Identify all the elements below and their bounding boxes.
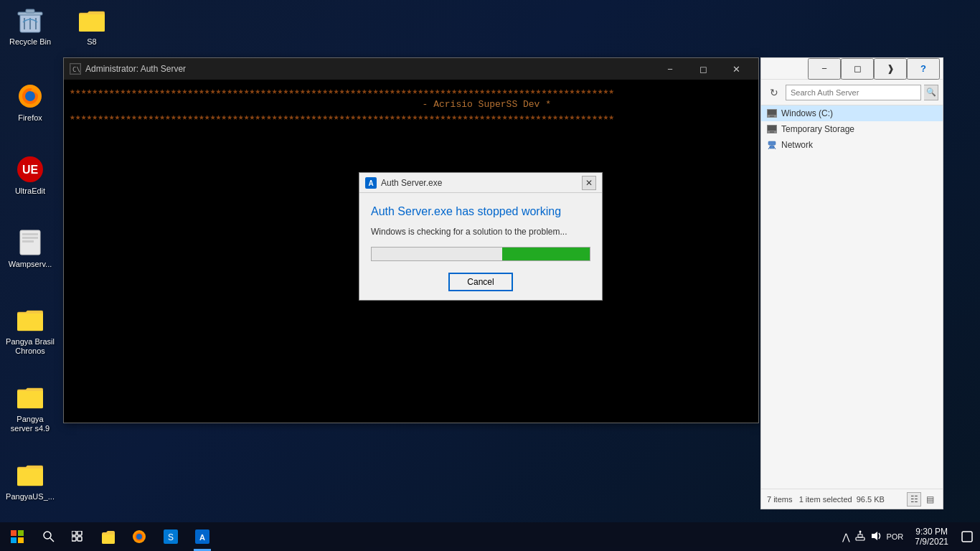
fe-status-bar: 7 items 1 item selected 96.5 KB ☷ ▤ — [761, 489, 943, 509]
firefox-icon — [16, 82, 44, 110]
fe-large-icons-view-button[interactable]: ▤ — [923, 492, 937, 507]
taskbar: S A ⋀ P — [0, 522, 980, 551]
fe-toolbar: ↻ 🔍 — [761, 80, 943, 105]
desktop-icon-pangya-server[interactable]: Pangya server s4.9 — [1, 380, 59, 436]
svg-rect-21 — [768, 126, 776, 131]
dialog-buttons: Cancel — [371, 273, 590, 291]
taskbar-search-button[interactable] — [34, 522, 63, 551]
nav-item-network[interactable]: Network — [761, 137, 943, 153]
svg-rect-18 — [768, 110, 776, 115]
taskbar-apps: S A — [92, 522, 837, 551]
desktop-icon-recycle-bin[interactable]: Recycle Bin — [1, 3, 59, 50]
drive-icon-c — [767, 109, 777, 118]
taskbar-app-store[interactable]: S — [155, 522, 187, 551]
svg-rect-13 — [22, 237, 38, 239]
taskbar-app-file-explorer[interactable] — [92, 522, 123, 551]
nav-temp-storage-label: Temporary Storage — [781, 124, 854, 134]
progress-fill — [502, 248, 590, 260]
search-input[interactable] — [786, 85, 921, 100]
desktop: Recycle Bin S8 Firefox UE — [0, 0, 980, 522]
fe-maximize-button[interactable]: ◻ — [841, 58, 874, 80]
recycle-bin-icon — [16, 6, 44, 34]
svg-point-42 — [136, 534, 142, 540]
svg-point-34 — [44, 532, 51, 539]
dialog-heading: Auth Server.exe has stopped working — [371, 204, 590, 218]
wampserver-label: Wampserv... — [9, 260, 52, 269]
clock-date: 7/9/2021 — [915, 537, 948, 547]
svg-rect-37 — [77, 531, 82, 535]
pangya-brasil-icon — [16, 306, 44, 334]
svg-line-27 — [774, 147, 776, 149]
taskbar-clock[interactable]: 9:30 PM 7/9/2021 — [909, 527, 954, 547]
nav-windows-c-label: Windows (C:) — [781, 108, 833, 118]
tray-network-icon — [854, 530, 866, 544]
clock-time: 9:30 PM — [915, 527, 948, 537]
pangya-server-label: Pangya server s4.9 — [11, 415, 50, 433]
dialog-close-button[interactable]: ✕ — [582, 176, 596, 190]
nav-item-windows-c[interactable]: Windows (C:) — [761, 105, 943, 121]
cmd-minimize-button[interactable]: − — [654, 58, 687, 80]
fe-nav-content: Windows (C:) Temporary Storage — [761, 105, 943, 489]
svg-rect-23 — [770, 146, 774, 149]
taskbar-app-firefox[interactable] — [123, 522, 155, 551]
svg-rect-2 — [26, 9, 34, 13]
svg-rect-32 — [11, 537, 17, 543]
cmd-title: Administrator: Auth Server — [85, 64, 654, 74]
desktop-icon-pangyaus[interactable]: PangyaUS_... — [1, 458, 59, 504]
svg-text:A: A — [368, 179, 373, 187]
drive-icon-temp — [767, 125, 777, 133]
tray-expand-icon[interactable]: ⋀ — [842, 532, 850, 542]
nav-item-temp-storage[interactable]: Temporary Storage — [761, 121, 943, 137]
taskbar-app-auth-server[interactable]: A — [187, 522, 218, 551]
svg-text:UE: UE — [22, 164, 39, 176]
fe-help-button[interactable]: ? — [907, 58, 940, 80]
fe-details-view-button[interactable]: ☷ — [907, 492, 921, 507]
svg-text:A: A — [199, 533, 205, 542]
svg-rect-24 — [768, 141, 776, 145]
desktop-icon-firefox[interactable]: Firefox — [1, 79, 59, 126]
fe-refresh-button[interactable]: ↻ — [765, 84, 783, 101]
svg-rect-30 — [11, 530, 17, 536]
svg-point-8 — [25, 91, 35, 101]
pangyaus-label: PangyaUS_... — [6, 492, 55, 501]
cancel-button[interactable]: Cancel — [448, 273, 512, 291]
s8-folder-icon — [77, 6, 106, 34]
file-explorer-panel: − ◻ ❱ ? ↻ 🔍 Windows (C:) — [760, 57, 943, 509]
desktop-icon-ultraedit[interactable]: UE UltraEdit — [1, 152, 59, 199]
dialog-titlebar: A Auth Server.exe ✕ — [359, 173, 602, 193]
svg-rect-22 — [770, 131, 774, 133]
svg-rect-33 — [18, 537, 24, 543]
fe-minimize-button[interactable]: − — [808, 58, 841, 80]
svg-rect-14 — [22, 240, 34, 242]
fe-expand-button[interactable]: ❱ — [874, 58, 907, 80]
cmd-controls: − ◻ ✕ — [654, 58, 753, 80]
recycle-bin-label: Recycle Bin — [9, 37, 51, 47]
svg-text:S: S — [168, 532, 174, 542]
start-button[interactable] — [0, 522, 34, 551]
fe-items-count: 7 items — [767, 495, 792, 504]
svg-rect-36 — [72, 531, 76, 535]
svg-rect-51 — [962, 532, 972, 542]
svg-text:C\: C\ — [72, 66, 80, 73]
nav-network-label: Network — [781, 140, 813, 150]
desktop-icon-s8[interactable]: S8 — [63, 3, 121, 50]
taskbar-systray: ⋀ POR — [837, 530, 909, 544]
desktop-icon-pangya-brasil[interactable]: Pangya Brasil Chronos — [1, 303, 59, 359]
tray-language[interactable]: POR — [886, 532, 903, 541]
taskbar-task-view-button[interactable] — [63, 522, 92, 551]
svg-rect-39 — [77, 537, 82, 541]
cmd-close-button[interactable]: ✕ — [720, 58, 753, 80]
fe-items-info: 7 items 1 item selected 96.5 KB — [767, 495, 885, 504]
wampserver-icon — [16, 228, 44, 257]
tray-volume-icon[interactable] — [870, 530, 882, 544]
cmd-maximize-button[interactable]: ◻ — [687, 58, 720, 80]
network-icon — [767, 140, 777, 150]
pangyaus-icon — [16, 461, 44, 489]
svg-line-35 — [50, 538, 54, 542]
svg-rect-12 — [22, 233, 38, 235]
desktop-icon-wampserver[interactable]: Wampserv... — [1, 225, 59, 272]
taskbar-notification-button[interactable] — [954, 522, 980, 551]
dialog-body: Auth Server.exe has stopped working Wind… — [359, 193, 602, 300]
s8-label: S8 — [87, 37, 96, 47]
search-icon[interactable]: 🔍 — [924, 85, 938, 100]
